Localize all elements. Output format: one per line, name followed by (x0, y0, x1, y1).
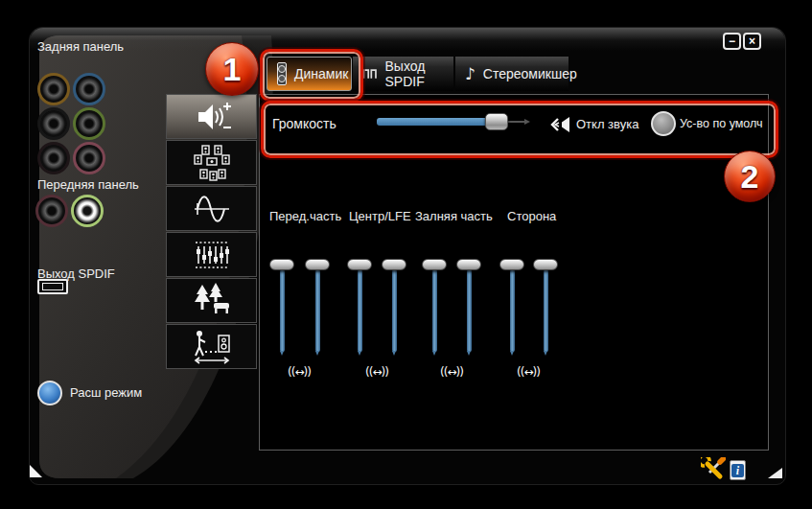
volume-slider-fill (377, 118, 497, 126)
channel-slider-handle[interactable] (269, 259, 294, 270)
channel-label-rear: Залняя часть (415, 209, 493, 223)
stereo-link-icon[interactable]: ((↔)) (421, 365, 482, 379)
speaker-cabinet-icon (277, 62, 287, 85)
tools-icon[interactable] (701, 457, 726, 482)
back-panel-jack[interactable] (73, 107, 105, 140)
stereo-link-icon[interactable]: ((↔)) (498, 365, 559, 379)
advanced-mode-button[interactable] (37, 381, 62, 405)
spdif-port-icon[interactable] (37, 279, 68, 294)
channel-slider-track[interactable] (467, 269, 472, 352)
channel-label-front: Перед.часть (269, 209, 341, 223)
tab-speaker[interactable]: Динамик (267, 57, 352, 91)
tab-spdif-label: Выход SPDIF (385, 58, 444, 89)
tab-stereo-mixer-label: Стереомикшер (483, 66, 577, 81)
back-panel-jack[interactable] (73, 73, 105, 105)
default-device-button[interactable] (651, 111, 676, 136)
info-glyph: i (731, 464, 744, 477)
advanced-mode-label: Расш режим (70, 385, 142, 400)
section-room-correction-button[interactable] (166, 324, 257, 369)
equalizer-icon (191, 237, 233, 273)
minimize-button[interactable]: − (723, 33, 741, 50)
front-panel-jack[interactable] (71, 195, 104, 227)
back-panel-jack[interactable] (37, 73, 70, 105)
front-panel-jack[interactable] (35, 195, 68, 227)
channel-slider-handle[interactable] (499, 259, 524, 270)
section-environment-button[interactable] (166, 278, 257, 323)
stereo-link-icon[interactable]: ((↔)) (346, 365, 407, 379)
volume-speaker-icon (191, 99, 233, 135)
section-equalizer-button[interactable] (166, 232, 257, 277)
back-panel-jack[interactable] (73, 142, 105, 174)
channel-slider-handle[interactable] (456, 259, 481, 270)
sine-wave-icon (191, 191, 233, 227)
environment-trees-icon (191, 283, 233, 319)
section-speaker-config-button[interactable] (166, 140, 257, 185)
front-panel-label: Передняя панель (37, 177, 139, 192)
channel-slider-track[interactable] (315, 269, 320, 352)
tab-speaker-label: Динамик (294, 66, 348, 81)
annotation-step-1: 1 (205, 42, 259, 96)
volume-slider[interactable] (377, 118, 526, 127)
channel-slider-handle[interactable] (533, 259, 558, 270)
channel-slider-track[interactable] (358, 269, 362, 352)
volume-slider-handle[interactable] (485, 113, 508, 130)
resize-grip[interactable] (768, 468, 782, 478)
music-note-icon: ♪ (465, 64, 476, 83)
square-wave-icon (362, 66, 378, 81)
info-icon[interactable]: i (730, 460, 746, 480)
tab-spdif-out[interactable]: Выход SPDIF (353, 57, 453, 91)
volume-label: Громкость (272, 116, 336, 131)
channel-label-side: Сторона (507, 209, 556, 223)
channel-slider-handle[interactable] (422, 259, 447, 270)
mute-label: Откл звука (576, 117, 638, 131)
channel-slider-track[interactable] (432, 269, 437, 352)
default-device-label: Ус-во по умолч (680, 117, 763, 130)
spdif-slot (42, 283, 63, 290)
audio-deck-window: − × Задняя панель Передняя панель Выход … (29, 27, 786, 485)
channel-slider-track[interactable] (544, 269, 548, 352)
back-panel-jack[interactable] (37, 107, 70, 140)
back-panel-label: Задняя панель (37, 39, 124, 54)
channel-label-center-lfe: Центр/LFE (349, 209, 411, 223)
channel-slider-handle[interactable] (305, 259, 330, 270)
channel-slider-track[interactable] (392, 269, 397, 352)
section-format-button[interactable] (166, 186, 257, 231)
channel-slider-track[interactable] (280, 269, 285, 352)
speaker-arrangement-icon (191, 145, 233, 181)
corner-notch (30, 465, 42, 477)
channel-slider-track[interactable] (510, 269, 515, 352)
listener-distance-icon (191, 329, 233, 365)
tab-stereo-mixer[interactable]: ♪ Стереомикшер (455, 57, 568, 91)
back-panel-jack[interactable] (37, 142, 70, 174)
mute-speaker-icon[interactable] (547, 112, 572, 137)
channel-slider-handle[interactable] (382, 259, 406, 270)
close-button[interactable]: × (743, 33, 761, 50)
stereo-link-icon[interactable]: ((↔)) (268, 365, 330, 379)
annotation-step-2: 2 (724, 150, 776, 202)
section-volume-button[interactable] (166, 94, 257, 139)
channel-slider-handle[interactable] (347, 259, 372, 270)
